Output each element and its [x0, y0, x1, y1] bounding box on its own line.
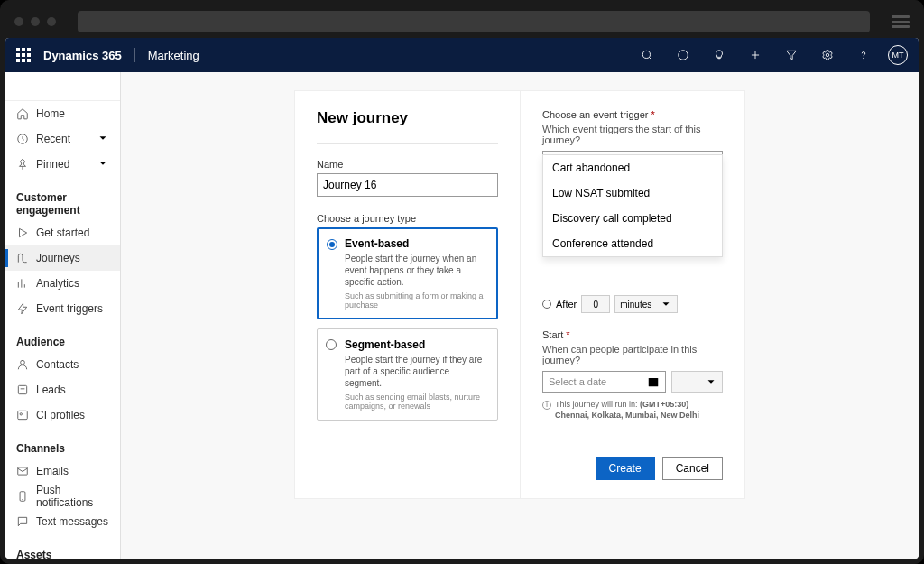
sidebar-item-event-triggers[interactable]: Event triggers [5, 296, 120, 321]
dropdown-option[interactable]: Conference attended [543, 231, 722, 256]
sidebar-item-home[interactable]: Home [5, 101, 120, 126]
help-icon[interactable] [852, 43, 875, 67]
after-unit-select[interactable]: minutes [614, 295, 678, 313]
svg-line-3 [687, 51, 688, 52]
window-dot [14, 17, 23, 26]
svg-marker-14 [20, 228, 27, 236]
sidebar-item-label: Contacts [36, 358, 79, 371]
sidebar-item-recent[interactable]: Recent [5, 126, 120, 152]
journey-type-event-based[interactable]: Event-based People start the journey whe… [317, 227, 498, 319]
timezone-note: i This journey will run in: (GMT+05:30) … [542, 400, 723, 421]
radio-title: Segment-based [345, 338, 488, 351]
type-label: Choose a journey type [317, 213, 498, 224]
pin-icon [16, 158, 29, 171]
svg-point-23 [20, 413, 22, 415]
date-input[interactable]: Select a date [542, 371, 666, 393]
sidebar-item-label: Text messages [36, 515, 108, 528]
journey-type-segment-based[interactable]: Segment-based People start the journey i… [317, 328, 498, 421]
plus-icon[interactable] [744, 43, 767, 67]
lightbulb-icon[interactable] [707, 43, 731, 67]
chart-icon [16, 277, 29, 290]
after-label: After [556, 299, 577, 310]
route-icon [16, 252, 29, 264]
sidebar-item-label: Journeys [36, 252, 80, 264]
svg-point-19 [21, 360, 25, 365]
sidebar-item-label: Event triggers [36, 302, 103, 315]
profile-icon [16, 409, 29, 421]
sidebar-item-label: Push notifications [36, 484, 109, 509]
browser-menu-icon[interactable] [892, 15, 910, 28]
hamburger-icon [16, 80, 29, 93]
app-name: Marketing [148, 49, 199, 62]
new-journey-panel: New journey Name Choose a journey type E… [294, 90, 745, 499]
url-bar[interactable] [78, 11, 870, 32]
calendar-icon [647, 375, 660, 388]
search-icon[interactable] [635, 43, 659, 67]
svg-rect-20 [18, 385, 26, 393]
dropdown-option[interactable]: Discovery call completed [543, 206, 722, 231]
sidebar-item-label: CI profiles [36, 409, 85, 421]
sidebar-item-label: Get started [36, 227, 89, 239]
name-input[interactable] [317, 173, 498, 197]
sidebar-item-journeys[interactable]: Journeys [5, 245, 120, 271]
trigger-label: Choose an event trigger [542, 109, 723, 120]
divider [134, 48, 135, 62]
filter-icon[interactable] [780, 43, 803, 67]
bolt-icon [16, 302, 29, 315]
name-label: Name [317, 159, 498, 170]
after-value-input[interactable] [581, 295, 610, 313]
sidebar-item-label: Analytics [36, 277, 79, 290]
gear-icon[interactable] [816, 43, 839, 67]
sidebar-section-title: Channels [5, 435, 120, 458]
svg-rect-24 [18, 467, 28, 475]
divider [317, 143, 498, 144]
sidebar-item-ci-profiles[interactable]: CI profiles [5, 402, 120, 428]
time-input[interactable] [671, 371, 723, 393]
sidebar-section-title: Customer engagement [5, 184, 120, 220]
svg-marker-6 [787, 51, 797, 59]
sidebar-section-title: Audience [5, 328, 120, 352]
chevron-down-icon [660, 298, 672, 310]
dropdown-option[interactable]: Low NSAT submited [543, 180, 722, 206]
page-title: New journey [317, 109, 498, 127]
sidebar-item-push-notifications[interactable]: Push notifications [5, 484, 120, 509]
svg-rect-22 [18, 411, 28, 419]
sidebar-item-label: Leads [36, 384, 66, 396]
sidebar-item-leads[interactable]: Leads [5, 377, 120, 402]
user-avatar[interactable]: MT [888, 45, 908, 65]
start-description: When can people participate in this jour… [542, 344, 723, 365]
play-icon [16, 227, 29, 239]
mail-icon [16, 465, 29, 477]
sidebar-item-emails[interactable]: Emails [5, 458, 120, 484]
svg-point-8 [864, 58, 864, 59]
dropdown-option[interactable]: Cart abandoned [543, 155, 722, 180]
sidebar-item-get-started[interactable]: Get started [5, 220, 120, 245]
sidebar-item-label: Home [36, 107, 65, 120]
window-dot [47, 17, 56, 26]
cancel-button[interactable]: Cancel [662, 457, 723, 480]
app-launcher-icon[interactable] [16, 48, 31, 62]
target-icon[interactable] [671, 43, 695, 67]
radio-title: Event-based [345, 237, 488, 250]
radio-icon [326, 339, 337, 350]
trigger-dropdown: Cart abandonedLow NSAT submitedDiscovery… [542, 154, 723, 257]
brand-name: Dynamics 365 [43, 49, 122, 62]
svg-rect-33 [649, 378, 659, 386]
sidebar-item-contacts[interactable]: Contacts [5, 352, 120, 377]
svg-line-1 [649, 57, 651, 60]
after-option[interactable]: After minutes [542, 295, 723, 313]
date-placeholder: Select a date [549, 376, 606, 387]
person-icon [16, 358, 29, 371]
chevron-down-icon [97, 157, 109, 172]
sidebar-collapse-toggle[interactable] [5, 72, 120, 101]
info-icon: i [542, 401, 551, 410]
sidebar-item-pinned[interactable]: Pinned [5, 152, 120, 177]
topbar: Dynamics 365 Marketing MT [5, 38, 919, 72]
create-button[interactable]: Create [596, 457, 655, 480]
main-content: New journey Name Choose a journey type E… [121, 72, 919, 559]
radio-description: People start the journey if they are par… [345, 354, 488, 389]
sidebar-item-analytics[interactable]: Analytics [5, 271, 120, 296]
svg-point-7 [826, 53, 829, 57]
sidebar-item-text-messages[interactable]: Text messages [5, 509, 120, 534]
svg-point-0 [642, 51, 650, 58]
